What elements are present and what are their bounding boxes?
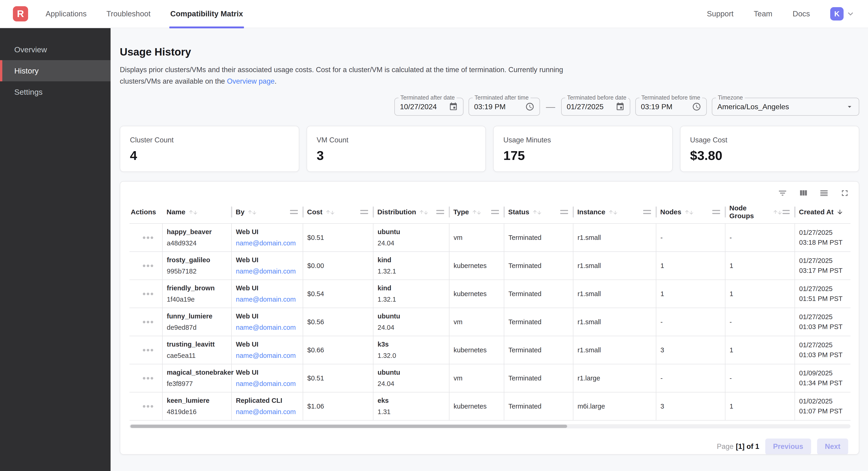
created-date: 01/09/2025 [799,370,850,377]
table-row: happy_beavera48d9324 Web UIname@domain.c… [129,224,850,252]
column-header-status[interactable]: Status [504,201,573,224]
avatar[interactable]: K [830,7,844,21]
column-resize-handle-icon[interactable] [491,210,499,214]
email-link[interactable]: name@domain.com [236,324,303,331]
email-link[interactable]: name@domain.com [236,239,303,247]
columns-icon[interactable] [799,188,808,198]
column-resize-handle-icon[interactable] [436,210,444,214]
fullscreen-icon[interactable] [840,188,849,198]
column-header-nodes[interactable]: Nodes [656,201,725,224]
terminated-after-date-field[interactable]: Terminated after date 10/27/2024 [394,98,464,116]
cost-cell: $1.06 [303,392,373,420]
sort-icon[interactable] [325,209,335,215]
row-actions-button[interactable] [134,293,162,295]
cluster-name: magical_stonebraker [167,369,231,376]
sort-icon[interactable] [188,209,198,215]
column-label: Distribution [377,208,416,216]
column-label: Status [508,208,529,216]
created-time: 01:03 PM PST [799,323,850,331]
row-actions-button[interactable] [134,405,162,408]
filter-icon[interactable] [778,188,787,198]
replicated-logo[interactable]: R [13,6,28,22]
column-header-cost[interactable]: Cost [303,201,373,224]
row-actions-button[interactable] [134,265,162,267]
column-header-distribution[interactable]: Distribution [373,201,449,224]
nav-item-applications[interactable]: Applications [45,0,88,28]
email-link[interactable]: name@domain.com [236,352,303,359]
node-groups-cell: - [725,364,795,392]
email-link[interactable]: name@domain.com [236,380,303,388]
usage-history-table: Actions Name By Co [129,201,850,420]
stat-card-cluster-count: Cluster Count 4 [120,126,299,172]
column-resize-handle-icon[interactable] [360,210,368,214]
field-label: Terminated after date [399,94,457,101]
column-resize-handle-icon[interactable] [712,210,720,214]
density-icon[interactable] [819,188,829,198]
range-dash: — [545,101,556,112]
created-time: 01:03 PM PST [799,351,850,359]
column-header-node-groups[interactable]: Node Groups [725,201,795,224]
terminated-before-date-field[interactable]: Terminated before date 01/27/2025 [561,98,630,116]
sort-icon[interactable] [608,209,618,215]
sidebar-item-history[interactable]: History [0,60,111,81]
sort-icon[interactable] [472,209,482,215]
column-header-created-at[interactable]: Created At [795,201,850,224]
row-actions-button[interactable] [134,321,162,323]
nodes-cell: - [656,224,725,252]
type-cell: kubernetes [449,392,504,420]
row-actions-button[interactable] [134,349,162,351]
stat-value: 175 [503,148,662,163]
horizontal-scrollbar[interactable] [129,424,850,429]
column-resize-handle-icon[interactable] [782,210,790,214]
page-label: Page [717,442,734,451]
email-link[interactable]: name@domain.com [236,408,303,416]
row-actions-button[interactable] [134,377,162,380]
sort-icon[interactable] [684,209,694,215]
instance-cell: r1.large [573,364,656,392]
email-link[interactable]: name@domain.com [236,296,303,303]
table-row: keen_lumiere4819de16 Replicated CLIname@… [129,392,850,420]
sort-icon[interactable] [247,209,257,215]
distribution-name: kind [378,284,449,292]
next-button[interactable]: Next [817,439,848,454]
scrollbar-thumb[interactable] [130,425,567,428]
terminated-before-time-field[interactable]: Terminated before time 03:19 PM [636,98,707,116]
sidebar-item-overview[interactable]: Overview [0,39,111,60]
nav-link-docs[interactable]: Docs [793,9,810,18]
nav-link-team[interactable]: Team [754,9,772,18]
row-actions-button[interactable] [134,236,162,239]
timezone-select[interactable]: Timezone America/Los_Angeles [712,98,859,116]
column-label: Node Groups [729,204,770,220]
calendar-icon[interactable] [449,102,458,111]
cluster-name: funny_lumiere [167,313,231,320]
nav-item-troubleshoot[interactable]: Troubleshoot [105,0,151,28]
email-link[interactable]: name@domain.com [236,268,303,275]
sort-icon[interactable] [532,209,542,215]
column-label: Cost [307,208,322,216]
instance-cell: r1.small [573,224,656,252]
nav-link-support[interactable]: Support [707,9,734,18]
sidebar-item-settings[interactable]: Settings [0,81,111,102]
cost-cell: $0.51 [303,224,373,252]
cluster-name: keen_lumiere [167,397,231,404]
calendar-icon[interactable] [616,102,625,111]
nav-item-compatibility-matrix[interactable]: Compatibility Matrix [169,0,244,28]
sort-icon[interactable] [419,209,429,215]
clock-icon[interactable] [692,102,701,111]
sort-desc-icon[interactable] [836,209,843,215]
column-header-type[interactable]: Type [449,201,504,224]
column-resize-handle-icon[interactable] [643,210,651,214]
terminated-after-time-field[interactable]: Terminated after time 03:19 PM [469,98,540,116]
dropdown-arrow-icon[interactable] [845,102,854,111]
clock-icon[interactable] [525,102,534,111]
column-header-instance[interactable]: Instance [573,201,656,224]
column-resize-handle-icon[interactable] [560,210,568,214]
chevron-down-icon[interactable] [845,9,856,19]
previous-button[interactable]: Previous [765,439,811,454]
overview-page-link[interactable]: Overview page [227,77,275,85]
sort-icon[interactable] [773,209,782,215]
field-value: 10/27/2024 [400,102,437,111]
column-header-name[interactable]: Name [162,201,231,224]
column-header-by[interactable]: By [231,201,303,224]
column-resize-handle-icon[interactable] [290,210,298,214]
